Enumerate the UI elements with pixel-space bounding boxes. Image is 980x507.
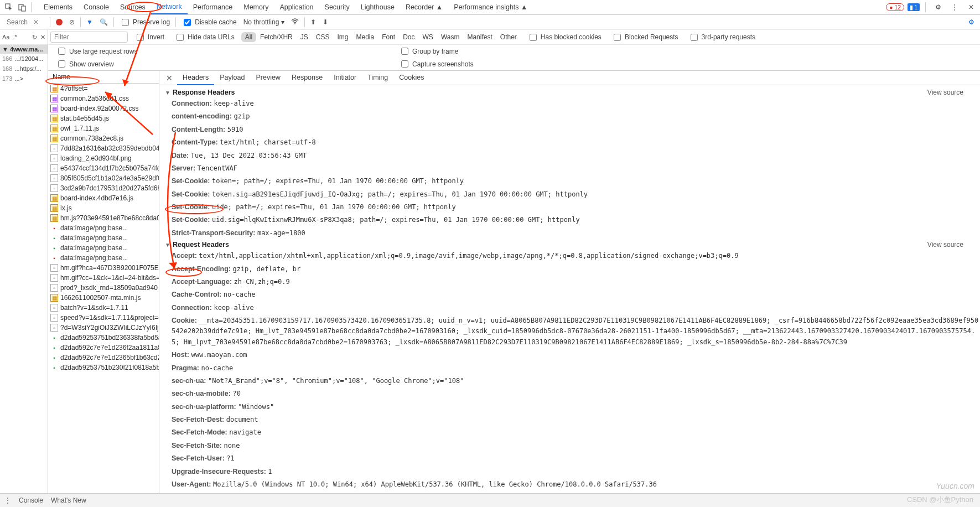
refresh-icon[interactable]: ↻	[32, 34, 37, 41]
detail-tab-response[interactable]: Response	[286, 71, 328, 85]
network-settings-icon[interactable]: ⚙	[965, 18, 978, 26]
request-row[interactable]: ▫?d=W3siY2giOiJ3ZWIiLCJzYyI6IjE5Mj...	[48, 323, 159, 333]
request-row[interactable]: ▦common.738a2ec8.js	[48, 133, 159, 143]
view-source-link[interactable]: View source	[927, 89, 963, 96]
request-row[interactable]: ▦hm.js?703e94591e87be68cc8da0da7...	[48, 213, 159, 223]
search-result-item[interactable]: ▼ 4www.ma...	[0, 45, 48, 54]
search-clear-icon[interactable]: ✕	[33, 18, 39, 26]
regex-toggle[interactable]: .*	[13, 34, 17, 40]
type-filter-doc[interactable]: Doc	[399, 32, 418, 42]
download-icon[interactable]: ⬇	[319, 18, 331, 26]
throttling-select[interactable]: No throttling ▾	[243, 18, 284, 26]
request-row[interactable]: ▪data:image/png;base...	[48, 243, 159, 253]
detail-tab-payload[interactable]: Payload	[214, 71, 250, 85]
type-filter-media[interactable]: Media	[352, 32, 378, 42]
section-header[interactable]: ▼Request HeadersView source	[165, 240, 980, 250]
request-row[interactable]: ▫speed?v=1&sdk=1.7.11&project=co...	[48, 313, 159, 323]
filter-icon[interactable]: ▼	[83, 18, 96, 26]
type-filter-js[interactable]: JS	[297, 32, 312, 42]
main-tab-sources[interactable]: Sources	[115, 1, 151, 14]
search-input[interactable]	[6, 18, 33, 27]
main-tab-performanceinsights[interactable]: Performance insights ▲	[448, 1, 533, 14]
request-row[interactable]: ▪data:image/png;base...	[48, 233, 159, 243]
has-blocked-cookies-checkbox[interactable]: Has blocked cookies	[527, 32, 602, 43]
record-button[interactable]	[53, 19, 66, 25]
detail-tab-headers[interactable]: Headers	[177, 71, 214, 85]
main-tab-recorder[interactable]: Recorder ▲	[400, 1, 448, 14]
more-icon[interactable]: ⋮	[948, 1, 961, 14]
request-row[interactable]: ▦common.2a536dd1.css	[48, 94, 159, 104]
blocked-requests-checkbox[interactable]: Blocked Requests	[611, 32, 678, 43]
capture-screenshots-checkbox[interactable]: Capture screenshots	[399, 59, 474, 69]
name-column-header[interactable]: Name	[48, 71, 159, 84]
detail-tab-preview[interactable]: Preview	[250, 71, 286, 85]
search-toggle-icon[interactable]: 🔍	[96, 18, 111, 26]
type-filter-wasm[interactable]: Wasm	[437, 32, 464, 42]
case-sensitive-toggle[interactable]: Aa	[2, 34, 9, 40]
type-filter-ws[interactable]: WS	[419, 32, 437, 42]
request-row[interactable]: ▪data:image/png;base...	[48, 253, 159, 263]
main-tab-performance[interactable]: Performance	[188, 1, 238, 14]
main-tab-console[interactable]: Console	[78, 1, 115, 14]
third-party-checkbox[interactable]: 3rd-party requests	[688, 32, 755, 43]
request-row[interactable]: ▪d2dad592c7e7e1d2365bf1b63cd259...	[48, 353, 159, 363]
search-result-item[interactable]: 168...https:/...	[0, 64, 48, 74]
request-row[interactable]: ▦stat.b4e55d45.js	[48, 113, 159, 123]
message-badge[interactable]: ▮ 1	[908, 3, 920, 11]
disable-cache-checkbox[interactable]: Disable cache	[182, 17, 236, 28]
detail-tab-timing[interactable]: Timing	[362, 71, 393, 85]
request-row[interactable]: ▫805f605d5cf1b1a02a4e3a5e29df003...	[48, 173, 159, 183]
group-by-frame-checkbox[interactable]: Group by frame	[399, 46, 458, 56]
type-filter-font[interactable]: Font	[378, 32, 399, 42]
close-detail-icon[interactable]: ✕	[162, 74, 177, 82]
request-row[interactable]: ▦owl_1.7.11.js	[48, 123, 159, 133]
section-header[interactable]: ▼Response HeadersView source	[165, 87, 980, 97]
main-tab-lighthouse[interactable]: Lighthouse	[355, 1, 400, 14]
drawer-toggle-icon[interactable]: ⋮	[4, 496, 11, 504]
request-row[interactable]: ▪d2dad59253751bd236338fa5bd5a27...	[48, 333, 159, 343]
filter-input[interactable]	[50, 32, 128, 43]
device-toggle-icon[interactable]	[15, 1, 29, 14]
inspect-icon[interactable]	[2, 1, 15, 14]
request-row[interactable]: ▪data:image/png;base...	[48, 223, 159, 233]
wifi-icon[interactable]	[288, 18, 302, 27]
request-row[interactable]: ▦4?offset=	[48, 84, 159, 94]
type-filter-fetchxhr[interactable]: Fetch/XHR	[256, 32, 297, 42]
type-filter-manifest[interactable]: Manifest	[463, 32, 496, 42]
detail-tab-cookies[interactable]: Cookies	[393, 71, 429, 85]
console-tab[interactable]: Console	[19, 496, 43, 504]
large-rows-checkbox[interactable]: Use large request rows	[56, 46, 137, 56]
request-row[interactable]: ▫hm.gif?cc=1&ck=1&cl=24-bit&ds=1...	[48, 273, 159, 283]
invert-checkbox[interactable]: Invert	[134, 32, 164, 43]
search-result-item[interactable]: 166.../12004...	[0, 54, 48, 64]
whats-new-tab[interactable]: What's New	[51, 496, 86, 504]
type-filter-css[interactable]: CSS	[312, 32, 334, 42]
clear-icon[interactable]: ⊘	[66, 18, 78, 26]
error-badge[interactable]: ● 12	[886, 3, 904, 11]
settings-icon[interactable]: ⚙	[931, 1, 945, 14]
request-row[interactable]: ▫prod?_lxsdk_rnd=18509a0ad940	[48, 283, 159, 293]
type-filter-other[interactable]: Other	[496, 32, 521, 42]
request-row[interactable]: ▦board-index.4dbd7e16.js	[48, 193, 159, 203]
clear-search-icon[interactable]: ✕	[40, 34, 45, 41]
request-row[interactable]: ▦board-index.92a00072.css	[48, 104, 159, 113]
main-tab-elements[interactable]: Elements	[38, 1, 78, 14]
main-tab-security[interactable]: Security	[319, 1, 355, 14]
request-row[interactable]: ▫7dd82a16316ab32c8359debdb04396...	[48, 143, 159, 153]
preserve-log-checkbox[interactable]: Preserve log	[120, 17, 170, 28]
request-row[interactable]: ▫hm.gif?hca=467D3B92001F075E&cc...	[48, 263, 159, 273]
type-filter-all[interactable]: All	[241, 32, 256, 42]
request-row[interactable]: ▫3cd2a9b7dc179531d20d27a5fd686e...	[48, 183, 159, 193]
main-tab-memory[interactable]: Memory	[238, 1, 274, 14]
detail-tab-initiator[interactable]: Initiator	[328, 71, 362, 85]
request-row[interactable]: ▪d2dad59253751b230f21f0818a5bfd4...	[48, 363, 159, 373]
upload-icon[interactable]: ⬆	[307, 18, 319, 26]
type-filter-img[interactable]: Img	[333, 32, 352, 42]
request-row[interactable]: ▦lx.js	[48, 203, 159, 213]
close-icon[interactable]: ✕	[965, 1, 978, 14]
request-row[interactable]: ▫e54374ccf134d1f7b2c5b075a74fca52...	[48, 163, 159, 173]
show-overview-checkbox[interactable]: Show overview	[56, 59, 114, 69]
request-row[interactable]: ▦1662611002507-mta.min.js	[48, 293, 159, 303]
hide-data-urls-checkbox[interactable]: Hide data URLs	[174, 32, 235, 43]
request-row[interactable]: ▫batch?v=1&sdk=1.7.11	[48, 303, 159, 313]
